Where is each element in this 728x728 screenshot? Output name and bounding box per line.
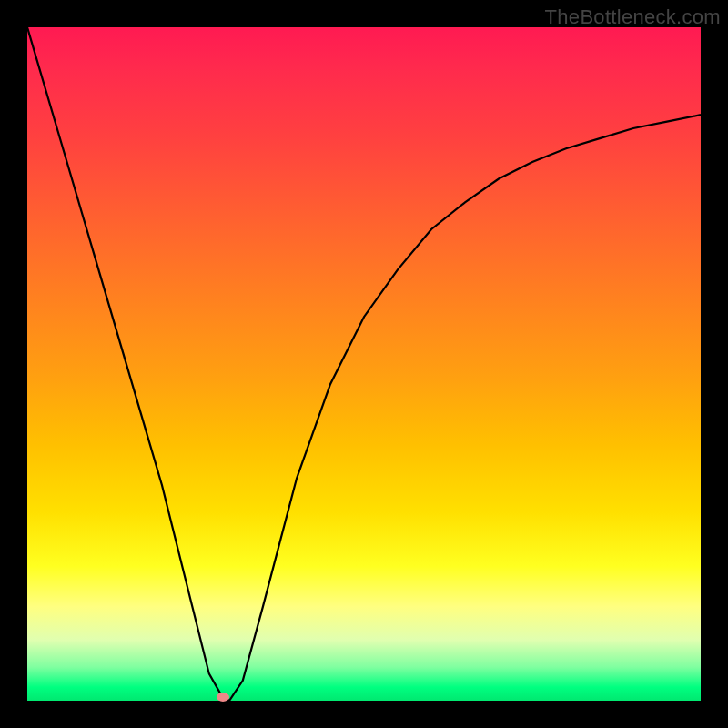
watermark-text: TheBottleneck.com [545,5,721,29]
gradient-background [27,27,701,701]
chart-frame [27,27,701,701]
minimum-marker [217,693,229,702]
